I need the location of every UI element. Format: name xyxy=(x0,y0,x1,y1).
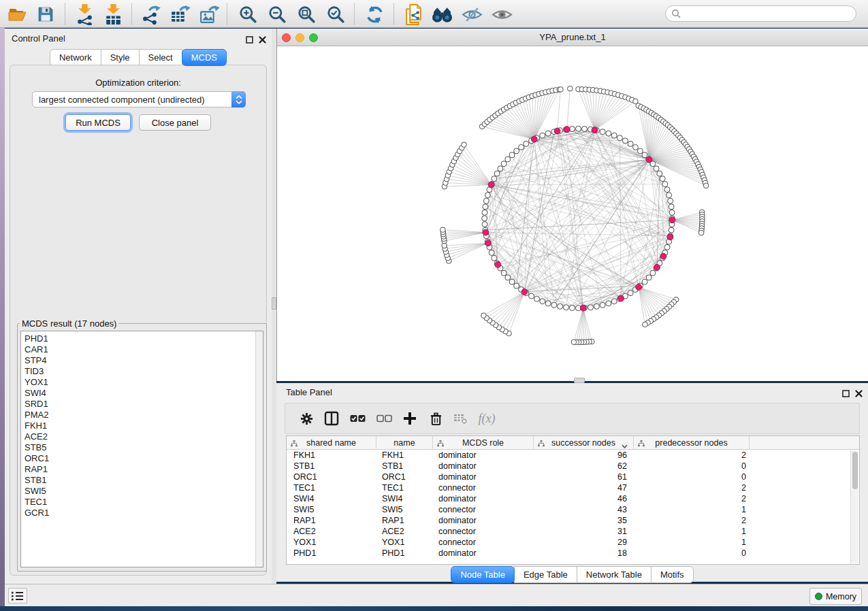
zoom-in-icon[interactable] xyxy=(236,3,259,26)
search-binoculars-icon[interactable] xyxy=(430,3,453,26)
import-network-icon[interactable] xyxy=(73,3,96,26)
table-cell: 0 xyxy=(634,461,750,471)
table-scrollbar-thumb[interactable] xyxy=(852,452,858,489)
mcds-result-item[interactable]: CAR1 xyxy=(25,344,263,355)
mcds-result-item[interactable]: FKH1 xyxy=(25,420,263,431)
table-row[interactable]: ORC1ORC1dominator610 xyxy=(287,472,859,482)
export-table-icon[interactable] xyxy=(168,3,191,26)
table-row[interactable]: STB1STB1dominator620 xyxy=(287,461,859,472)
add-row-icon[interactable] xyxy=(398,403,422,433)
mcds-result-item[interactable]: YOX1 xyxy=(25,377,263,388)
mcds-result-item[interactable]: PHD1 xyxy=(25,333,263,344)
table-row[interactable]: PHD1PHD1dominator180 xyxy=(287,548,859,559)
table-cell: 46 xyxy=(534,494,634,503)
delete-table-icon[interactable] xyxy=(448,403,472,433)
save-session-icon[interactable] xyxy=(34,3,57,26)
tab-mcds[interactable]: MCDS xyxy=(182,49,227,66)
mcds-result-title: MCDS result (17 nodes) xyxy=(20,318,118,329)
close-table-panel-icon[interactable] xyxy=(854,389,863,398)
float-table-panel-icon[interactable] xyxy=(841,389,850,398)
tab-motifs[interactable]: Motifs xyxy=(651,566,694,583)
table-row[interactable]: RAP1RAP1dominator352 xyxy=(287,515,859,526)
memory-status-icon xyxy=(815,593,822,600)
close-panel-icon[interactable] xyxy=(257,35,267,44)
vertical-splitter-handle[interactable] xyxy=(272,297,276,310)
column-header-name[interactable]: name xyxy=(376,436,433,450)
zoom-out-icon[interactable] xyxy=(266,3,289,26)
mcds-result-item[interactable]: SWI5 xyxy=(25,486,263,497)
table-row[interactable]: YOX1YOX1connector291 xyxy=(287,537,859,548)
table-cell: PHD1 xyxy=(376,548,433,558)
mcds-result-item[interactable]: TID3 xyxy=(25,366,263,377)
tab-network-table[interactable]: Network Table xyxy=(577,566,652,583)
refresh-layout-icon[interactable] xyxy=(363,3,386,26)
open-session-icon[interactable] xyxy=(6,3,29,26)
table-row[interactable]: SWI5SWI5connector431 xyxy=(287,504,859,515)
tab-select[interactable]: Select xyxy=(139,49,182,66)
table-settings-gear-icon[interactable] xyxy=(294,403,319,433)
table-panel-title: Table Panel xyxy=(286,387,332,397)
mcds-result-item[interactable]: ORC1 xyxy=(25,453,263,464)
function-builder-icon[interactable]: f(x) xyxy=(475,403,499,433)
column-header-successor-nodes[interactable]: successor nodes xyxy=(534,436,634,450)
delete-row-icon[interactable] xyxy=(423,403,448,433)
float-panel-icon[interactable] xyxy=(244,35,254,44)
tab-network[interactable]: Network xyxy=(50,49,101,66)
hide-selected-icon[interactable] xyxy=(460,3,483,26)
tab-edge-table[interactable]: Edge Table xyxy=(514,566,577,583)
mcds-result-item[interactable]: RAP1 xyxy=(25,464,263,475)
deselect-all-checkboxes-icon[interactable] xyxy=(372,403,396,433)
mcds-result-scrollbar[interactable] xyxy=(255,331,263,567)
column-header-shared-name[interactable]: shared name xyxy=(287,436,376,450)
mcds-result-item[interactable]: PMA2 xyxy=(25,410,263,420)
mcds-result-item[interactable]: STP4 xyxy=(25,355,263,366)
table-cell: 2 xyxy=(634,494,750,503)
table-cell: FKH1 xyxy=(287,450,376,460)
column-label: predecessor nodes xyxy=(655,438,727,448)
mcds-result-item[interactable]: SWI4 xyxy=(25,388,263,399)
table-cell: STB1 xyxy=(376,461,433,471)
table-cell: FKH1 xyxy=(376,450,433,460)
clone-network-icon[interactable] xyxy=(402,3,425,26)
table-cell: 62 xyxy=(534,461,634,471)
column-header-predecessor-nodes[interactable]: predecessor nodes xyxy=(634,436,750,450)
table-scrollbar[interactable] xyxy=(850,450,858,563)
mcds-result-item[interactable]: STB5 xyxy=(25,442,263,453)
memory-button[interactable]: Memory xyxy=(809,588,862,605)
show-panels-button[interactable] xyxy=(8,588,27,604)
export-network-icon[interactable] xyxy=(140,3,163,26)
import-table-icon[interactable] xyxy=(101,3,125,26)
network-graph[interactable] xyxy=(277,46,868,381)
export-image-icon[interactable] xyxy=(197,3,221,26)
control-panel-tabs: NetworkStyleSelectMCDS xyxy=(5,49,272,66)
table-row[interactable]: SWI4SWI4dominator462 xyxy=(287,493,859,504)
table-row[interactable]: TEC1TEC1connector472 xyxy=(287,482,859,493)
table-cell: 31 xyxy=(534,527,634,536)
tab-style[interactable]: Style xyxy=(101,49,140,66)
show-columns-icon[interactable] xyxy=(319,403,344,433)
main-toolbar xyxy=(0,0,868,28)
close-panel-button[interactable]: Close panel xyxy=(139,114,211,131)
zoom-fit-icon[interactable] xyxy=(295,3,318,26)
table-cell: 1 xyxy=(634,505,750,514)
table-cell: dominator xyxy=(433,472,534,482)
table-cell: ORC1 xyxy=(287,472,376,482)
mcds-result-item[interactable]: TEC1 xyxy=(25,497,263,508)
table-row[interactable]: ACE2ACE2connector311 xyxy=(287,526,859,537)
table-row[interactable]: FKH1FKH1dominator962 xyxy=(287,450,859,461)
mcds-result-item[interactable]: ACE2 xyxy=(25,431,263,442)
search-input[interactable] xyxy=(665,5,856,22)
run-mcds-button[interactable]: Run MCDS xyxy=(65,114,131,131)
mcds-result-item[interactable]: GCR1 xyxy=(25,508,263,518)
optimization-criterion-select[interactable]: largest connected component (undirected) xyxy=(32,91,246,108)
horizontal-splitter-handle[interactable] xyxy=(574,378,585,383)
tab-node-table[interactable]: Node Table xyxy=(451,566,515,583)
column-header-MCDS-role[interactable]: MCDS role xyxy=(433,436,534,450)
table-cell: RAP1 xyxy=(376,516,433,525)
network-canvas[interactable] xyxy=(277,46,868,381)
zoom-selected-icon[interactable] xyxy=(324,3,347,26)
mcds-result-item[interactable]: STB1 xyxy=(25,475,263,486)
select-all-checkboxes-icon[interactable] xyxy=(345,403,370,433)
show-all-icon[interactable] xyxy=(490,3,513,26)
mcds-result-item[interactable]: SRD1 xyxy=(25,399,263,410)
